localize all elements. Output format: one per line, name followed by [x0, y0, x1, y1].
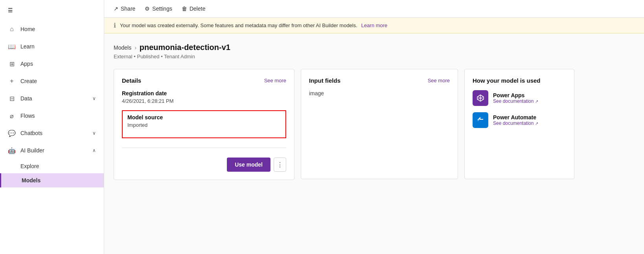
- share-button[interactable]: ↗ Share: [114, 6, 135, 12]
- delete-button[interactable]: 🗑 Delete: [182, 6, 205, 12]
- breadcrumb: Models › pneumonia-detection-v1: [114, 43, 635, 52]
- toolbar: ↗ Share ⚙ Settings 🗑 Delete: [104, 0, 644, 18]
- power-automate-link[interactable]: See documentation ↗: [493, 121, 538, 126]
- sidebar-label-flows: Flows: [20, 113, 35, 119]
- sidebar-label-chatbots: Chatbots: [20, 130, 42, 136]
- details-card-header: Details See more: [122, 77, 286, 84]
- hamburger-icon: ☰: [8, 7, 13, 13]
- how-used-card: How your model is used Power Apps: [464, 69, 574, 179]
- delete-icon: 🗑: [182, 6, 187, 12]
- sidebar-label-models: Models: [22, 177, 40, 184]
- use-model-button[interactable]: Use model: [227, 158, 270, 172]
- input-fields-see-more[interactable]: See more: [428, 78, 450, 83]
- create-icon: +: [8, 77, 16, 85]
- registration-date-label: Registration date: [122, 90, 286, 96]
- input-fields-card: Input fields See more image: [301, 69, 458, 179]
- share-label: Share: [121, 6, 135, 12]
- breadcrumb-current: pneumonia-detection-v1: [140, 43, 230, 52]
- details-card-title: Details: [122, 77, 141, 84]
- sidebar-label-ai-builder: AI Builder: [20, 147, 44, 154]
- data-icon: ⊟: [8, 95, 16, 102]
- how-used-card-title: How your model is used: [473, 77, 541, 84]
- settings-button[interactable]: ⚙ Settings: [145, 6, 172, 12]
- share-icon: ↗: [114, 6, 118, 12]
- main-content: ↗ Share ⚙ Settings 🗑 Delete ℹ Your model…: [104, 0, 644, 254]
- sidebar-label-learn: Learn: [20, 43, 35, 50]
- external-link-icon-power-apps: ↗: [535, 99, 538, 104]
- apps-icon: ⊞: [8, 60, 16, 68]
- chatbots-icon: 💬: [8, 129, 16, 137]
- delete-label: Delete: [190, 6, 205, 12]
- settings-icon: ⚙: [145, 6, 150, 12]
- cards-row: Details See more Registration date 4/26/…: [114, 69, 635, 180]
- banner-message: Your model was created externally. Some …: [120, 22, 357, 28]
- sidebar-item-apps[interactable]: ⊞ Apps: [0, 55, 104, 72]
- details-card-footer: Use model ⋮: [122, 154, 286, 172]
- details-see-more[interactable]: See more: [264, 78, 286, 83]
- sidebar-item-explore[interactable]: Explore: [0, 159, 104, 173]
- power-apps-info: Power Apps See documentation ↗: [493, 92, 538, 104]
- power-apps-icon: [473, 90, 488, 106]
- input-fields-card-title: Input fields: [309, 77, 340, 84]
- sidebar-label-home: Home: [20, 26, 35, 32]
- home-icon: ⌂: [8, 25, 16, 33]
- power-apps-name: Power Apps: [493, 92, 538, 98]
- registration-date-value: 4/26/2021, 6:28:21 PM: [122, 98, 286, 104]
- info-icon: ℹ: [114, 22, 116, 29]
- sidebar-item-learn[interactable]: 📖 Learn: [0, 38, 104, 55]
- power-automate-icon: [473, 112, 488, 128]
- sidebar-item-create[interactable]: + Create: [0, 72, 104, 90]
- sidebar-label-create: Create: [20, 78, 37, 84]
- ellipsis-button[interactable]: ⋮: [274, 158, 286, 172]
- sidebar-label-apps: Apps: [20, 61, 33, 67]
- details-card: Details See more Registration date 4/26/…: [114, 69, 294, 180]
- sidebar-item-models[interactable]: Models: [0, 173, 104, 187]
- sidebar-item-flows[interactable]: ⌀ Flows: [0, 107, 104, 124]
- power-apps-link[interactable]: See documentation ↗: [493, 98, 538, 104]
- hamburger-menu[interactable]: ☰: [0, 0, 104, 20]
- how-used-item-power-automate: Power Automate See documentation ↗: [473, 112, 566, 128]
- learn-icon: 📖: [8, 43, 16, 50]
- model-source-label: Model source: [127, 114, 281, 121]
- data-expand-icon: ∨: [92, 96, 96, 101]
- ai-builder-icon: 🤖: [8, 146, 16, 154]
- power-automate-name: Power Automate: [493, 114, 538, 121]
- info-banner: ℹ Your model was created externally. Som…: [104, 18, 644, 33]
- sidebar: ☰ ⌂ Home 📖 Learn ⊞ Apps + Create ⊟ Data …: [0, 0, 104, 254]
- chatbots-expand-icon: ∨: [92, 130, 96, 136]
- external-link-icon-power-automate: ↗: [535, 121, 538, 126]
- page-subtitle: External • Published • Tenant Admin: [114, 54, 635, 59]
- model-source-value: Imported: [127, 122, 281, 128]
- flows-icon: ⌀: [8, 112, 16, 120]
- power-automate-info: Power Automate See documentation ↗: [493, 114, 538, 126]
- sidebar-item-ai-builder[interactable]: 🤖 AI Builder ∧: [0, 142, 104, 159]
- input-fields-card-header: Input fields See more: [309, 77, 450, 84]
- details-divider: [122, 148, 286, 148]
- how-used-item-power-apps: Power Apps See documentation ↗: [473, 90, 566, 106]
- ai-builder-expand-icon: ∧: [92, 148, 96, 153]
- sidebar-label-data: Data: [20, 95, 32, 102]
- sidebar-item-data[interactable]: ⊟ Data ∨: [0, 90, 104, 107]
- sidebar-item-home[interactable]: ⌂ Home: [0, 20, 104, 38]
- sidebar-label-explore: Explore: [20, 163, 39, 169]
- page-body: Models › pneumonia-detection-v1 External…: [104, 33, 644, 254]
- learn-more-link[interactable]: Learn more: [361, 22, 387, 28]
- model-source-highlight: Model source Imported: [122, 110, 286, 138]
- breadcrumb-separator: ›: [134, 44, 136, 51]
- input-field-image: image: [309, 90, 450, 96]
- settings-label: Settings: [152, 6, 172, 12]
- breadcrumb-parent[interactable]: Models: [114, 44, 131, 51]
- how-used-card-header: How your model is used: [473, 77, 566, 84]
- sidebar-item-chatbots[interactable]: 💬 Chatbots ∨: [0, 124, 104, 142]
